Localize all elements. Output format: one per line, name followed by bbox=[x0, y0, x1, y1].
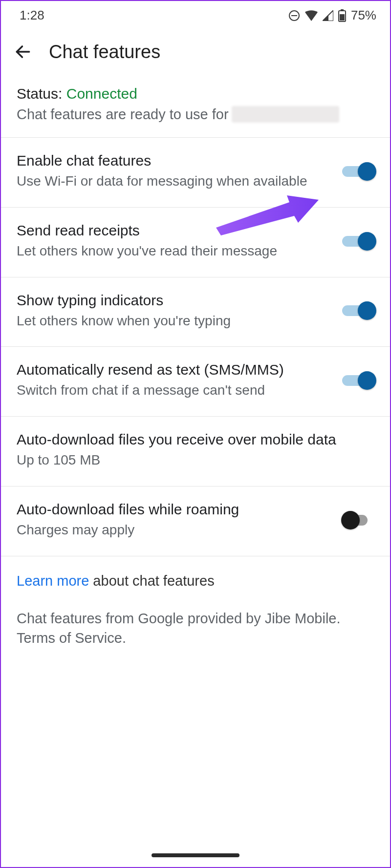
row-text: Enable chat featuresUse Wi-Fi or data fo… bbox=[17, 152, 342, 191]
back-button[interactable] bbox=[12, 41, 34, 63]
row-subtitle: Up to 105 MB bbox=[17, 451, 365, 469]
toggle-thumb bbox=[358, 232, 376, 251]
app-bar: Chat features bbox=[1, 27, 390, 83]
toggle-thumb bbox=[358, 162, 376, 181]
settings-row[interactable]: Auto-download files while roamingCharges… bbox=[1, 487, 390, 556]
learn-more-rest: about chat features bbox=[89, 573, 214, 589]
status-label: Status: bbox=[17, 85, 62, 102]
row-subtitle: Use Wi-Fi or data for messaging when ava… bbox=[17, 172, 332, 191]
toggle-thumb bbox=[358, 371, 376, 390]
toggle-thumb bbox=[341, 511, 360, 529]
settings-row[interactable]: Send read receiptsLet others know you've… bbox=[1, 208, 390, 277]
learn-more-line: Learn more about chat features bbox=[17, 573, 374, 589]
status-block: Status: Connected Chat features are read… bbox=[1, 83, 390, 137]
row-title: Automatically resend as text (SMS/MMS) bbox=[17, 361, 332, 378]
clock: 1:28 bbox=[20, 8, 44, 23]
settings-row[interactable]: Show typing indicatorsLet others know wh… bbox=[1, 277, 390, 347]
row-title: Send read receipts bbox=[17, 222, 332, 239]
row-title: Auto-download files you receive over mob… bbox=[17, 431, 365, 448]
do-not-disturb-icon bbox=[288, 10, 300, 21]
battery-icon bbox=[338, 9, 346, 22]
status-icons: 75% bbox=[288, 8, 376, 23]
row-subtitle: Charges may apply bbox=[17, 521, 332, 539]
row-title: Show typing indicators bbox=[17, 292, 332, 309]
row-subtitle: Switch from chat if a message can't send bbox=[17, 381, 332, 400]
row-subtitle: Let others know you've read their messag… bbox=[17, 242, 332, 260]
settings-row[interactable]: Automatically resend as text (SMS/MMS)Sw… bbox=[1, 347, 390, 417]
page-title: Chat features bbox=[49, 42, 160, 63]
status-line: Status: Connected bbox=[17, 85, 374, 102]
toggle-switch[interactable] bbox=[342, 370, 374, 391]
status-value: Connected bbox=[66, 85, 137, 102]
footer: Learn more about chat features Chat feat… bbox=[1, 556, 390, 665]
status-bar: 1:28 75% bbox=[1, 1, 390, 27]
navigation-pill[interactable] bbox=[152, 853, 239, 857]
row-subtitle: Let others know when you're typing bbox=[17, 312, 332, 330]
settings-row[interactable]: Enable chat featuresUse Wi-Fi or data fo… bbox=[1, 138, 390, 208]
cellular-icon bbox=[323, 10, 333, 21]
settings-row[interactable]: Auto-download files you receive over mob… bbox=[1, 417, 390, 487]
row-text: Send read receiptsLet others know you've… bbox=[17, 222, 342, 260]
status-subtitle: Chat features are ready to use for bbox=[17, 106, 374, 123]
learn-more-link[interactable]: Learn more bbox=[17, 573, 89, 589]
toggle-switch[interactable] bbox=[342, 231, 374, 252]
row-text: Show typing indicatorsLet others know wh… bbox=[17, 292, 342, 330]
battery-percent: 75% bbox=[351, 8, 376, 23]
toggle-switch[interactable] bbox=[342, 161, 374, 182]
svg-rect-4 bbox=[340, 14, 345, 21]
wifi-icon bbox=[305, 10, 318, 21]
toggle-switch[interactable] bbox=[342, 300, 374, 321]
row-text: Automatically resend as text (SMS/MMS)Sw… bbox=[17, 361, 342, 400]
row-text: Auto-download files while roamingCharges… bbox=[17, 501, 342, 539]
toggle-switch[interactable] bbox=[342, 510, 374, 530]
row-title: Enable chat features bbox=[17, 152, 332, 169]
provider-text: Chat features from Google provided by Ji… bbox=[17, 609, 374, 648]
row-text: Auto-download files you receive over mob… bbox=[17, 431, 374, 469]
redacted-phone bbox=[232, 106, 339, 123]
row-title: Auto-download files while roaming bbox=[17, 501, 332, 518]
toggle-thumb bbox=[358, 301, 376, 320]
